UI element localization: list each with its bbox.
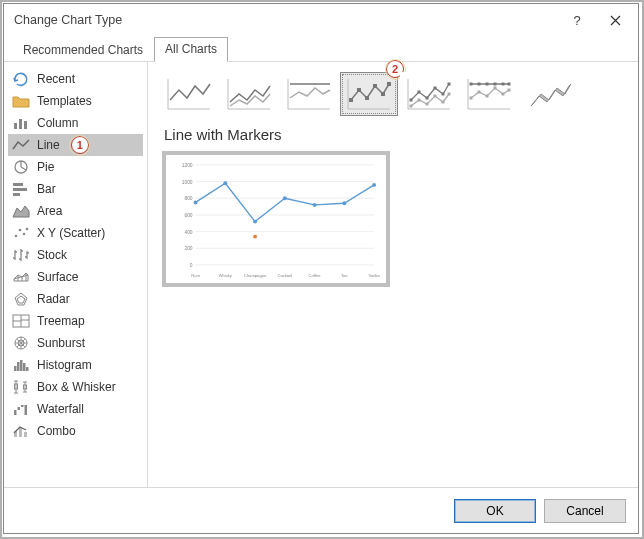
svg-text:1200: 1200 [182, 163, 193, 168]
sidebar-item-pie[interactable]: Pie [8, 156, 143, 178]
svg-rect-32 [381, 92, 385, 96]
sidebar-item-label: Line [37, 138, 60, 152]
bar-chart-icon [12, 181, 30, 197]
svg-point-72 [194, 200, 198, 204]
svg-rect-26 [19, 428, 22, 437]
sidebar-item-label: Pie [37, 160, 54, 174]
svg-rect-27 [24, 432, 27, 437]
scatter-chart-icon [12, 225, 30, 241]
chart-category-sidebar: Recent Templates Column Line 1 Pie Ba [4, 62, 148, 487]
sidebar-item-label: Waterfall [37, 402, 84, 416]
svg-rect-20 [24, 385, 27, 389]
cancel-button[interactable]: Cancel [544, 499, 626, 523]
svg-rect-17 [23, 363, 26, 371]
sidebar-item-stock[interactable]: Stock [8, 244, 143, 266]
main-panel: 2 Line with Markers 02004006008001000120… [148, 62, 638, 487]
sidebar-item-recent[interactable]: Recent [8, 68, 143, 90]
surface-chart-icon [12, 269, 30, 285]
close-button[interactable] [596, 6, 634, 34]
svg-rect-16 [20, 360, 23, 371]
svg-rect-48 [486, 83, 489, 86]
treemap-chart-icon [12, 313, 30, 329]
svg-rect-28 [349, 98, 353, 102]
sidebar-item-label: Column [37, 116, 78, 130]
svg-rect-43 [434, 95, 437, 98]
radar-chart-icon [12, 291, 30, 307]
sidebar-item-label: Combo [37, 424, 76, 438]
svg-text:Rum: Rum [191, 273, 200, 278]
sidebar-item-label: Bar [37, 182, 56, 196]
sidebar-item-label: Templates [37, 94, 92, 108]
svg-rect-22 [18, 407, 21, 410]
titlebar: Change Chart Type ? [4, 4, 638, 36]
subtype-stacked-line[interactable] [220, 72, 278, 116]
subtype-100-stacked-line[interactable] [280, 72, 338, 116]
sidebar-item-treemap[interactable]: Treemap [8, 310, 143, 332]
svg-text:400: 400 [184, 230, 192, 235]
sidebar-item-line[interactable]: Line 1 [8, 134, 143, 156]
sidebar-item-bar[interactable]: Bar [8, 178, 143, 200]
sidebar-item-label: Area [37, 204, 62, 218]
sidebar-item-label: Histogram [37, 358, 92, 372]
sidebar-item-histogram[interactable]: Histogram [8, 354, 143, 376]
sidebar-item-box-whisker[interactable]: Box & Whisker [8, 376, 143, 398]
svg-point-75 [283, 196, 287, 200]
svg-rect-0 [14, 123, 17, 129]
help-button[interactable]: ? [558, 6, 596, 34]
sidebar-item-sunburst[interactable]: Sunburst [8, 332, 143, 354]
svg-text:Coffee: Coffee [309, 273, 322, 278]
svg-rect-39 [448, 83, 451, 86]
svg-rect-45 [448, 93, 451, 96]
subtype-row: 2 [160, 72, 624, 116]
svg-rect-36 [426, 97, 429, 100]
svg-rect-53 [478, 91, 481, 94]
svg-text:800: 800 [184, 196, 192, 201]
svg-rect-14 [14, 366, 17, 371]
subtype-title: Line with Markers [164, 126, 624, 143]
preview-chart: 020040060080010001200RumWhiskyChampagneC… [172, 159, 380, 281]
sidebar-item-waterfall[interactable]: Waterfall [8, 398, 143, 420]
sidebar-item-label: Recent [37, 72, 75, 86]
sidebar-item-templates[interactable]: Templates [8, 90, 143, 112]
close-icon [610, 15, 621, 26]
area-chart-icon [12, 203, 30, 219]
subtype-line[interactable] [160, 72, 218, 116]
svg-text:1000: 1000 [182, 180, 193, 185]
sidebar-item-surface[interactable]: Surface [8, 266, 143, 288]
subtype-stacked-line-with-markers[interactable] [400, 72, 458, 116]
sidebar-item-label: Sunburst [37, 336, 85, 350]
svg-rect-1 [19, 119, 22, 129]
svg-point-9 [23, 233, 26, 236]
svg-rect-30 [365, 96, 369, 100]
subtype-3d-line[interactable] [520, 72, 578, 116]
svg-text:Cocktail: Cocktail [278, 273, 293, 278]
sidebar-item-label: Box & Whisker [37, 380, 116, 394]
sidebar-item-area[interactable]: Area [8, 200, 143, 222]
ok-button[interactable]: OK [454, 499, 536, 523]
sunburst-chart-icon [12, 335, 30, 351]
svg-rect-18 [26, 367, 29, 371]
svg-point-79 [253, 235, 257, 239]
recent-icon [12, 71, 30, 87]
svg-rect-42 [426, 103, 429, 106]
svg-rect-15 [17, 362, 20, 371]
pie-chart-icon [12, 159, 30, 175]
svg-point-76 [313, 203, 317, 207]
tab-recommended-charts[interactable]: Recommended Charts [12, 38, 154, 62]
sidebar-item-radar[interactable]: Radar [8, 288, 143, 310]
subtype-100-stacked-line-with-markers[interactable] [460, 72, 518, 116]
sidebar-item-column[interactable]: Column [8, 112, 143, 134]
svg-rect-2 [24, 121, 27, 129]
svg-rect-21 [14, 410, 17, 415]
svg-rect-5 [13, 188, 27, 191]
svg-rect-31 [373, 84, 377, 88]
sidebar-item-scatter[interactable]: X Y (Scatter) [8, 222, 143, 244]
tab-all-charts[interactable]: All Charts [154, 37, 228, 62]
histogram-chart-icon [12, 357, 30, 373]
svg-text:0: 0 [190, 263, 193, 268]
svg-rect-37 [434, 87, 437, 90]
svg-rect-50 [502, 83, 505, 86]
svg-text:200: 200 [184, 246, 192, 251]
sidebar-item-combo[interactable]: Combo [8, 420, 143, 442]
chart-preview[interactable]: 020040060080010001200RumWhiskyChampagneC… [162, 151, 390, 287]
